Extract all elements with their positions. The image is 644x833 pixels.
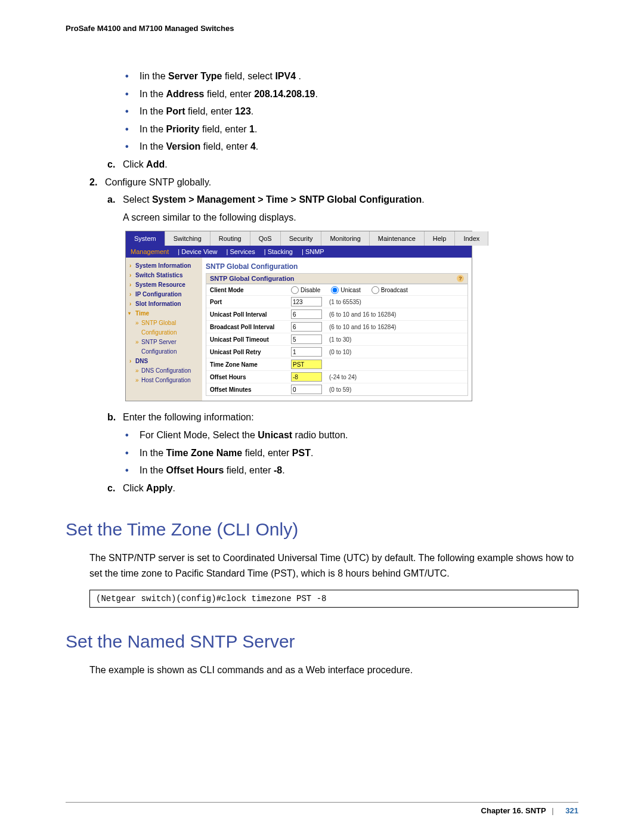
text-input[interactable] (291, 385, 322, 394)
bullet-item: • For Client Mode, Select the Unicast ra… (125, 428, 578, 443)
form-row-value: (-24 to 24) (291, 371, 467, 383)
tab-help[interactable]: Help (425, 231, 456, 246)
bullet-text: In the Version field, enter 4. (140, 139, 258, 154)
tab-routing[interactable]: Routing (210, 231, 250, 246)
form-row-label: Unicast Poll Interval (206, 310, 291, 319)
bullet-dot-icon: • (125, 139, 140, 154)
form-row: Client ModeDisableUnicastBroadcast (206, 284, 467, 295)
step-text: Configure SNTP globally. (105, 175, 211, 190)
radio-input[interactable] (331, 286, 339, 294)
sub-tabs: Management | Device View | Services | St… (126, 246, 472, 258)
heading-timezone: Set the Time Zone (CLI Only) (66, 519, 578, 540)
bullet-item: • In the Offset Hours field, enter -8. (125, 463, 578, 478)
bullet-text: In the Offset Hours field, enter -8. (140, 463, 285, 478)
sidebar-item-dns[interactable]: DNS (128, 357, 200, 366)
panel-header: SNTP Global Configuration ? (206, 273, 468, 284)
substep-c1: c. Click Add. (107, 157, 578, 172)
config-form: Client ModeDisableUnicastBroadcastPort(1… (206, 284, 468, 396)
radio-input[interactable] (291, 286, 299, 294)
tab-security[interactable]: Security (281, 231, 322, 246)
form-row-label: Unicast Poll Retry (206, 348, 291, 357)
radio-input[interactable] (371, 286, 379, 294)
text-input[interactable] (291, 335, 322, 344)
sidebar-item-sntp-server[interactable]: SNTP Server Configuration (128, 337, 200, 357)
sidebar-item-time[interactable]: Time (128, 309, 200, 318)
text-input[interactable] (291, 297, 322, 306)
hint-text: (1 to 65535) (329, 299, 361, 305)
substep-text: Click Apply. (123, 481, 175, 496)
form-row-label: Broadcast Poll Interval (206, 323, 291, 332)
sidebar-item-slotinfo[interactable]: Slot Information (128, 299, 200, 309)
form-row: Time Zone Name (206, 358, 467, 370)
substep-b2: b. Enter the following information: (107, 410, 578, 425)
tab-monitoring[interactable]: Monitoring (321, 231, 369, 246)
tab-switching[interactable]: Switching (165, 231, 210, 246)
heading-named-sntp: Set the Named SNTP Server (66, 631, 578, 652)
bullet-dot-icon: • (125, 428, 140, 443)
sidebar-item-sntp-global[interactable]: SNTP Global Configuration (128, 318, 200, 337)
radio-label: Broadcast (381, 287, 408, 293)
radio-option[interactable]: Broadcast (371, 286, 408, 294)
form-row-value: (6 to 10 and 16 to 16284) (291, 308, 467, 320)
footer-page-number: 321 (565, 806, 578, 815)
bullet-dot-icon: • (125, 463, 140, 478)
para-named-sntp: The example is shown as CLI commands and… (89, 662, 578, 678)
sidebar-item-host-config[interactable]: Host Configuration (128, 376, 200, 385)
text-input[interactable] (291, 309, 322, 319)
footer-chapter: Chapter 16. SNTP (481, 806, 546, 815)
main-tabs: System Switching Routing QoS Security Mo… (126, 231, 472, 246)
hint-text: (6 to 10 and 16 to 16284) (329, 311, 396, 318)
text-input[interactable] (291, 372, 322, 382)
running-header: ProSafe M4100 and M7100 Managed Switches (66, 24, 578, 33)
bullet-dot-icon: • (125, 104, 140, 119)
substep-a2: a. Select System > Management > Time > S… (107, 192, 578, 225)
substep-c2: c. Click Apply. (107, 481, 578, 496)
text-input[interactable] (291, 360, 322, 369)
panel-header-title: SNTP Global Configuration (210, 275, 295, 282)
radio-option[interactable]: Unicast (331, 286, 360, 294)
bullet-item: • In the Address field, enter 208.14.208… (125, 86, 578, 102)
text-input[interactable] (291, 347, 322, 357)
tab-index[interactable]: Index (455, 231, 488, 246)
subtab-deviceview[interactable]: Device View (181, 248, 217, 255)
subtab-services[interactable]: Services (230, 248, 255, 255)
form-row-value (291, 358, 467, 370)
bullet-text: In the Time Zone Name field, enter PST. (140, 445, 313, 461)
bullet-dot-icon: • (125, 122, 140, 137)
sidebar-item-sysresource[interactable]: System Resource (128, 280, 200, 290)
form-row-value: (0 to 10) (291, 346, 467, 358)
sidebar-item-sysinfo[interactable]: System Information (128, 261, 200, 271)
text-input[interactable] (291, 322, 322, 332)
form-row-label: Port (206, 298, 291, 306)
form-row-label: Client Mode (206, 286, 291, 295)
subtab-stacking[interactable]: Stacking (268, 248, 293, 255)
sidebar-item-ipconfig[interactable]: IP Configuration (128, 290, 200, 299)
help-icon[interactable]: ? (457, 275, 464, 282)
form-row-label: Time Zone Name (206, 360, 291, 369)
bullet-dot-icon: • (125, 445, 140, 461)
radio-option[interactable]: Disable (291, 286, 320, 294)
bullet-text: In the Address field, enter 208.14.208.1… (140, 86, 318, 102)
tab-system[interactable]: System (126, 231, 165, 246)
radio-label: Unicast (340, 287, 360, 293)
substep-letter: a. (107, 192, 123, 208)
form-row-value: (1 to 30) (291, 333, 467, 345)
tab-qos[interactable]: QoS (250, 231, 281, 246)
substep-letter: c. (107, 481, 123, 496)
tab-maintenance[interactable]: Maintenance (370, 231, 425, 246)
form-row-label: Unicast Poll Timeout (206, 335, 291, 344)
substep-letter: b. (107, 410, 123, 425)
sidebar-item-switchstats[interactable]: Switch Statistics (128, 271, 200, 280)
substep-text: Enter the following information: (123, 410, 254, 425)
sidebar-item-dns-config[interactable]: DNS Configuration (128, 366, 200, 376)
panel-main-title: SNTP Global Configuration (206, 262, 468, 271)
subtab-snmp[interactable]: SNMP (305, 248, 324, 255)
subtab-management[interactable]: Management (131, 248, 169, 255)
step-2: 2. Configure SNTP globally. (89, 175, 578, 190)
hint-text: (0 to 10) (329, 349, 351, 355)
form-row-value: (0 to 59) (291, 383, 467, 395)
form-row: Broadcast Poll Interval(6 to 10 and 16 t… (206, 320, 467, 333)
form-row-label: Offset Hours (206, 373, 291, 382)
bullet-text: In the Priority field, enter 1. (140, 122, 257, 137)
step-number: 2. (89, 175, 105, 190)
